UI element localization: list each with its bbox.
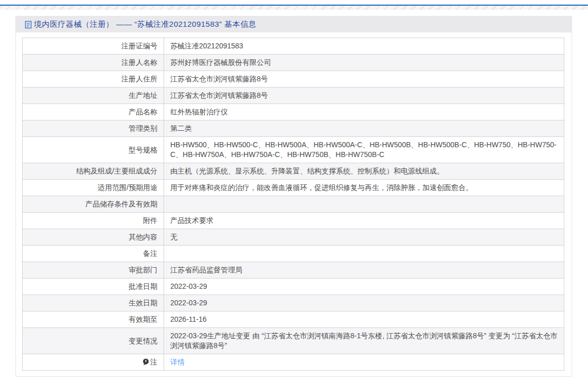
table-row: 产品储存条件及有效期 <box>23 196 564 213</box>
row-label: 注 <box>23 354 164 371</box>
row-value: 苏州好博医疗器械股份有限公司 <box>164 55 564 71</box>
row-label-text: 其他内容 <box>129 233 157 241</box>
row-value: 江苏省太仓市浏河镇紫藤路8号 <box>164 71 564 88</box>
row-value: 第二类 <box>164 120 564 137</box>
registration-info-table: 注册证编号 苏械注准20212091583 注册人名称 苏州好博医疗器械股份有限… <box>22 38 564 371</box>
registration-info-panel: 境内医疗器械（注册） —— “苏械注准20212091583” 基本信息 注册证… <box>15 16 572 377</box>
row-value: HB-HW500、HB-HW500-C、HB-HW500A、HB-HW500A-… <box>164 137 564 163</box>
row-value <box>164 196 564 213</box>
row-label-text: 注 <box>150 358 157 366</box>
row-value: 用于对疼痛和炎症的治疗，能改善血液循环，促进组织修复与再生，消除肿胀，加速创面愈… <box>164 180 564 196</box>
row-label: 适用范围/预期用途 <box>23 180 164 196</box>
row-label-text: 备注 <box>143 249 157 257</box>
table-row: 管理类别 第二类 <box>23 120 564 137</box>
row-label: 变更情况 <box>23 328 164 354</box>
row-label: 生效日期 <box>23 295 164 311</box>
row-label-text: 型号规格 <box>129 146 157 154</box>
table-row: 注册人住所 江苏省太仓市浏河镇紫藤路8号 <box>23 71 564 88</box>
table-row: 审批部门 江苏省药品监督管理局 <box>23 262 564 279</box>
row-label: 注册人名称 <box>23 55 164 71</box>
row-label-text: 产品名称 <box>129 108 157 116</box>
row-label: 管理类别 <box>23 120 164 137</box>
row-label: 附件 <box>23 213 164 229</box>
row-value: 详情 <box>164 354 564 371</box>
row-value: 2026-11-16 <box>164 311 564 328</box>
table-row: 适用范围/预期用途 用于对疼痛和炎症的治疗，能改善血液循环，促进组织修复与再生，… <box>23 180 564 196</box>
row-label: 审批部门 <box>23 262 164 279</box>
row-label: 有效期至 <box>23 311 164 328</box>
details-link[interactable]: 详情 <box>170 358 185 366</box>
table-row: 产品名称 红外热辐射治疗仪 <box>23 104 564 120</box>
page-title: 境内医疗器械（注册） —— “苏械注准20212091583” 基本信息 <box>34 20 256 29</box>
table-row: 生产地址 江苏省太仓市浏河镇紫藤路8号 <box>23 88 564 104</box>
row-label: 批准日期 <box>23 279 164 295</box>
table-row: 批准日期 2022-03-29 <box>23 279 564 295</box>
row-label-text: 批准日期 <box>129 282 157 290</box>
row-label: 产品名称 <box>23 104 164 120</box>
row-label-text: 审批部门 <box>129 266 157 274</box>
row-label-text: 管理类别 <box>129 124 157 132</box>
table-row: 变更情况 2022-03-29生产地址变更 由 “江苏省太仓市浏河镇南海路8-1… <box>23 328 564 354</box>
table-row: 备注 <box>23 246 564 262</box>
row-label: 结构及组成/主要组成成分 <box>23 163 164 180</box>
row-label-text: 附件 <box>143 216 157 224</box>
row-label-text: 注册人住所 <box>121 75 157 83</box>
info-table-body: 注册证编号 苏械注准20212091583 注册人名称 苏州好博医疗器械股份有限… <box>23 38 564 371</box>
row-value: 苏械注准20212091583 <box>164 38 564 55</box>
table-wrapper: 注册证编号 苏械注准20212091583 注册人名称 苏州好博医疗器械股份有限… <box>16 32 572 376</box>
row-value: 由主机（光源系统、显示系统、升降装置、结构支撑系统、控制系统）和电源线组成。 <box>164 163 564 180</box>
row-value: 2022-03-29生产地址变更 由 “江苏省太仓市浏河镇南海路8-1号东楼, … <box>164 328 564 354</box>
row-label: 注册人住所 <box>23 71 164 88</box>
row-label: 生产地址 <box>23 88 164 104</box>
table-row: 有效期至 2026-11-16 <box>23 311 564 328</box>
row-label: 注册证编号 <box>23 38 164 55</box>
document-icon <box>25 21 32 29</box>
row-label-text: 适用范围/预期用途 <box>98 183 157 192</box>
note-balloon-icon <box>142 358 149 366</box>
table-row: 注册证编号 苏械注准20212091583 <box>23 38 564 55</box>
row-label-text: 产品储存条件及有效期 <box>85 200 157 208</box>
table-row: 生效日期 2022-03-29 <box>23 295 564 311</box>
row-value: 2022-03-29 <box>164 279 564 295</box>
row-label: 产品储存条件及有效期 <box>23 196 164 213</box>
hatch-stripe-band <box>0 6 588 10</box>
row-value: 江苏省太仓市浏河镇紫藤路8号 <box>164 88 564 104</box>
row-label: 型号规格 <box>23 137 164 163</box>
row-value: 2022-03-29 <box>164 295 564 311</box>
row-value: 产品技术要求 <box>164 213 564 229</box>
row-label-text: 变更情况 <box>129 337 157 345</box>
row-label-text: 有效期至 <box>129 315 157 323</box>
row-value: 江苏省药品监督管理局 <box>164 262 564 279</box>
table-row: 型号规格 HB-HW500、HB-HW500-C、HB-HW500A、HB-HW… <box>23 137 564 163</box>
table-row: 结构及组成/主要组成成分 由主机（光源系统、显示系统、升降装置、结构支撑系统、控… <box>23 163 564 180</box>
row-label-text: 生产地址 <box>129 91 157 99</box>
table-row: 注册人名称 苏州好博医疗器械股份有限公司 <box>23 55 564 71</box>
row-value: 无 <box>164 229 564 246</box>
row-label: 备注 <box>23 246 164 262</box>
panel-header: 境内医疗器械（注册） —— “苏械注准20212091583” 基本信息 <box>16 16 572 32</box>
row-label-text: 注册证编号 <box>121 42 157 50</box>
row-label-text: 注册人名称 <box>121 58 157 66</box>
row-label-text: 生效日期 <box>129 299 157 307</box>
table-row: 其他内容 无 <box>23 229 564 246</box>
table-row: 注 详情 <box>23 354 564 371</box>
row-label-text: 结构及组成/主要组成成分 <box>76 167 157 175</box>
row-value: 红外热辐射治疗仪 <box>164 104 564 120</box>
row-value <box>164 246 564 262</box>
row-label: 其他内容 <box>23 229 164 246</box>
table-row: 附件 产品技术要求 <box>23 213 564 229</box>
